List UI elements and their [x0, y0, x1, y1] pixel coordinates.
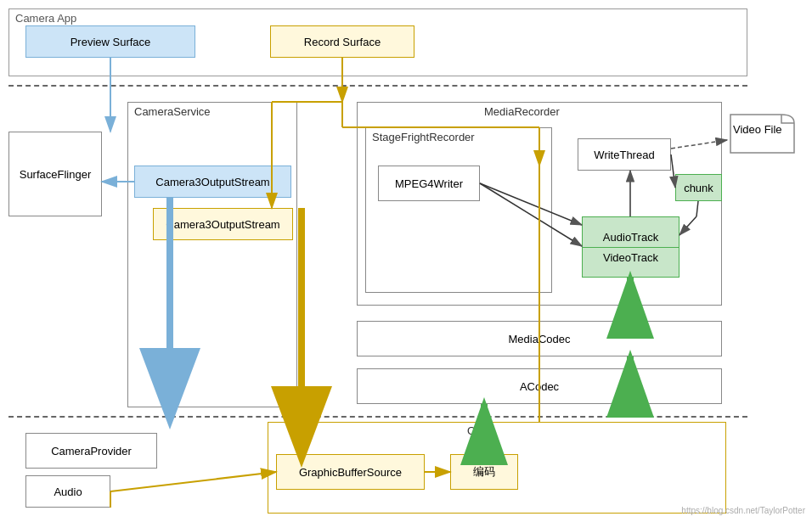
dashed-line-top: [8, 85, 747, 87]
camera-provider-label: CameraProvider: [51, 445, 132, 457]
surface-flinger-label: SurfaceFlinger: [20, 168, 92, 181]
camera3-output-stream-yellow-label: Camera3OutputStream: [166, 218, 279, 231]
audio-label: Audio: [54, 486, 82, 498]
record-surface-label: Record Surface: [304, 36, 381, 48]
camera-service-label: CameraService: [134, 105, 211, 118]
audio-box: Audio: [25, 475, 110, 508]
graphic-buffer-source-label: GraphicBufferSource: [299, 466, 402, 479]
stagefright-recorder-box: [365, 127, 552, 293]
mpeg4-writer-box: MPEG4Writer: [378, 166, 480, 201]
watermark: https://blog.csdn.net/TaylorPotter: [681, 506, 805, 515]
omx-label: OMX: [467, 424, 493, 437]
dashed-line-bottom: [8, 416, 747, 418]
encode-box: 编码: [450, 454, 518, 490]
media-recorder-label: MediaRecorder: [484, 105, 560, 118]
camera-app-label: Camera App: [15, 12, 76, 25]
media-codec-box: MediaCodec: [357, 321, 722, 356]
video-track-label: VideoTrack: [583, 248, 679, 267]
camera3-output-stream-yellow-box: Camera3OutputStream: [153, 208, 293, 240]
camera3-output-stream-blue-label: Camera3OutputStream: [155, 176, 269, 188]
preview-surface-label: Preview Surface: [70, 36, 151, 48]
diagram: Camera App Preview Surface Record Surfac…: [0, 0, 812, 522]
camera3-output-stream-blue-box: Camera3OutputStream: [134, 166, 291, 198]
acodec-label: ACodec: [520, 380, 559, 393]
stagefright-recorder-label: StageFrightRecorder: [372, 131, 475, 143]
audio-track-label: AudioTrack: [583, 227, 679, 248]
write-thread-label: WriteThread: [594, 149, 654, 161]
mpeg4-writer-label: MPEG4Writer: [395, 177, 463, 190]
video-file-label: Video File: [733, 123, 782, 136]
svg-line-29: [110, 472, 276, 491]
camera-provider-box: CameraProvider: [25, 433, 157, 469]
write-thread-box: WriteThread: [578, 138, 671, 171]
media-codec-label: MediaCodec: [509, 333, 571, 345]
record-surface-box: Record Surface: [270, 25, 414, 58]
audio-video-track-box: AudioTrack VideoTrack: [582, 216, 679, 278]
preview-surface-box: Preview Surface: [25, 25, 195, 58]
camera-service-region: [127, 102, 297, 407]
graphic-buffer-source-box: GraphicBufferSource: [276, 454, 425, 490]
video-file-box: Video File: [726, 110, 798, 157]
encode-label: 编码: [473, 464, 495, 480]
chunk-label: chunk: [684, 182, 713, 194]
acodec-box: ACodec: [357, 368, 722, 404]
surface-flinger-box: SurfaceFlinger: [8, 132, 102, 216]
chunk-box: chunk: [675, 174, 722, 201]
